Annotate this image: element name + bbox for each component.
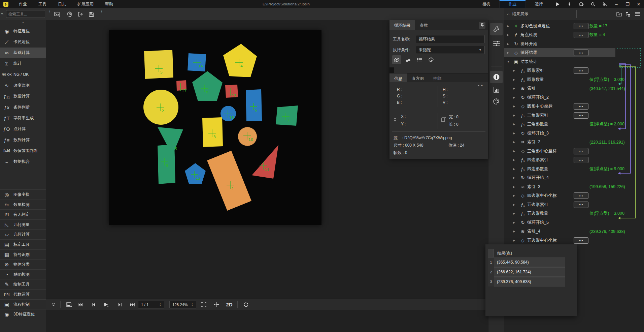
popup-row-1[interactable]: 1(365.445, 90.584) bbox=[488, 258, 565, 267]
row-menu-button[interactable]: ●●● bbox=[574, 112, 588, 119]
info-page-arrows[interactable]: ◂▸ bbox=[478, 84, 485, 87]
sidebar-item-10[interactable]: ƒ⊙点计算 bbox=[0, 124, 46, 134]
tree-row-索引_3[interactable]: ▶≋索引_3(199.658, 159.226) bbox=[504, 182, 644, 191]
expand-arrow-icon[interactable]: ▶ bbox=[513, 185, 515, 188]
palette-icon[interactable] bbox=[427, 55, 435, 64]
sidebar-item-g2-4[interactable]: ◺几何测量 bbox=[0, 219, 46, 230]
expand-arrow-icon[interactable]: ▶ bbox=[513, 105, 515, 108]
menu-item-2[interactable]: 工具 bbox=[33, 0, 52, 8]
popup-row-2[interactable]: 2(266.622, 161.724) bbox=[488, 267, 565, 277]
row-menu-button[interactable]: ●●● bbox=[574, 67, 588, 74]
tree-row-结果统计[interactable]: ▼▣结果统计 bbox=[504, 57, 644, 66]
sidebar-item-8[interactable]: ƒx条件判断 bbox=[0, 102, 46, 113]
tree-row-五边形索引[interactable]: ▶ƒ₁五边形索引●●● bbox=[504, 200, 644, 209]
tree-row-多彩色斑点定位[interactable]: ▶✳多彩色斑点定位●●●数量 = 17 bbox=[504, 22, 644, 30]
inspection-image[interactable]: 5144178136216731015912111 bbox=[109, 30, 321, 225]
drag-handle-icon[interactable]: ⋮ bbox=[48, 10, 49, 13]
gear-icon[interactable] bbox=[66, 11, 73, 18]
expand-arrow-icon[interactable]: ▶ bbox=[513, 158, 515, 161]
sidebar-item-1[interactable]: ◉特征定位 bbox=[0, 26, 46, 36]
sidebar-item-7[interactable]: ƒ₁₁数值计算 bbox=[0, 91, 46, 102]
sidebar-item-g2-12[interactable]: ▣流程控制 bbox=[0, 299, 46, 309]
menu-item-1[interactable]: 作业 bbox=[13, 0, 33, 8]
menu-item-3[interactable]: 日志 bbox=[52, 0, 72, 8]
info-icon[interactable] bbox=[490, 71, 503, 83]
panel-collapse-icon[interactable]: ‹› bbox=[504, 12, 512, 16]
tree-row-索引_4[interactable]: ▶≋索引_4(239.376, 409.638) bbox=[504, 227, 644, 236]
search-input[interactable] bbox=[6, 10, 45, 18]
info-tab-2[interactable]: 直方图 bbox=[407, 73, 429, 82]
expand-arrow-icon[interactable]: ▶ bbox=[513, 239, 515, 242]
add-folder-icon[interactable] bbox=[616, 12, 622, 17]
tree-row-圆形中心坐标[interactable]: ▶◇圆形中心坐标●●● bbox=[504, 102, 644, 111]
frame-spinner[interactable]: ▲▼ bbox=[156, 303, 161, 306]
fit-screen-icon[interactable] bbox=[199, 299, 208, 310]
close-button[interactable]: ✕ bbox=[633, 0, 644, 8]
bolt-icon[interactable] bbox=[564, 0, 575, 8]
expand-arrow-icon[interactable]: ▶ bbox=[507, 25, 509, 28]
row-menu-button[interactable]: ●●● bbox=[574, 23, 588, 29]
expand-arrow-icon[interactable]: ▶ bbox=[507, 33, 509, 36]
tab-run[interactable]: 运行 bbox=[526, 0, 552, 8]
tree-row-循环结果[interactable]: ▶◇循环结果●●● bbox=[504, 49, 644, 57]
last-frame-icon[interactable] bbox=[128, 299, 137, 310]
tree-row-五边形中心坐标[interactable]: ▶◇五边形中心坐标●●● bbox=[504, 236, 644, 245]
row-menu-button[interactable]: ●●● bbox=[574, 32, 588, 38]
next-frame-icon[interactable] bbox=[115, 299, 124, 310]
cursor-off-icon[interactable] bbox=[599, 0, 611, 8]
sidebar-item-g2-1[interactable]: ◎图像变换 bbox=[0, 189, 46, 200]
tree-row-圆形数量[interactable]: ▶ƒ₁圆形数量值(浮点型) = 3.000 bbox=[504, 75, 644, 84]
menu-item-4[interactable]: 扩展应用 bbox=[72, 0, 99, 8]
image-source-icon[interactable] bbox=[53, 11, 61, 18]
tree-row-三角形中心坐标[interactable]: ▶◇三角形中心坐标●●● bbox=[504, 147, 644, 155]
scroll-up-icon[interactable]: ▲ bbox=[0, 21, 46, 24]
sidebar-item-13[interactable]: ⌣数据拟合 bbox=[0, 156, 46, 167]
info-tab-1[interactable]: 信息 bbox=[389, 73, 407, 82]
row-menu-button[interactable]: ●●● bbox=[574, 192, 588, 199]
sidebar-item-3[interactable]: ∞基础计算 bbox=[0, 48, 46, 58]
row-menu-button[interactable]: ●●● bbox=[574, 103, 588, 110]
menu-list-icon[interactable] bbox=[635, 12, 640, 17]
tree-view-icon[interactable] bbox=[626, 12, 631, 17]
sidebar-item-2[interactable]: ⟋卡尺定位 bbox=[0, 36, 46, 47]
sidebar-item-g2-9[interactable]: ◔缺陷检测 bbox=[0, 269, 46, 279]
hide-graphics-icon[interactable] bbox=[392, 55, 401, 64]
expand-arrow-icon[interactable]: ▶ bbox=[513, 230, 515, 233]
sidebar-item-12[interactable]: [a,b]数值范围判断 bbox=[0, 145, 46, 156]
sidebar-item-11[interactable]: ƒ≡数列计算 bbox=[0, 134, 46, 145]
tree-row-循环开始[interactable]: ▶↻循环开始 bbox=[504, 39, 644, 48]
sidebar-item-g2-10[interactable]: ✎绘制工具 bbox=[0, 279, 46, 289]
play-icon[interactable] bbox=[102, 299, 110, 310]
pin-icon[interactable] bbox=[479, 22, 485, 29]
tree-row-循环开始_3[interactable]: ▶↻循环开始_3 bbox=[504, 129, 644, 138]
collapse-sidebar-icon[interactable]: « bbox=[1, 11, 3, 16]
row-menu-button[interactable]: ●●● bbox=[574, 237, 588, 244]
zoom-spinner[interactable]: ▲▼ bbox=[188, 303, 193, 306]
tree-row-圆形索引[interactable]: ▶ƒ₁圆形索引●●● bbox=[504, 66, 644, 75]
sidebar-item-g2-13[interactable]: ◉3D特征定位 bbox=[0, 309, 46, 319]
exec-condition-select[interactable]: 未指定▼ bbox=[416, 46, 485, 54]
tree-row-五边形数量[interactable]: ▶ƒ₁五边形数量值(浮点型) = 3.000 bbox=[504, 209, 644, 218]
view-mode-2d[interactable]: 2D bbox=[224, 299, 235, 310]
tree-row-索引_2[interactable]: ▶≋索引_2(220.211, 316.291) bbox=[504, 138, 644, 147]
center-crosshair-icon[interactable] bbox=[212, 299, 221, 310]
expand-arrow-icon[interactable]: ▶ bbox=[513, 176, 515, 179]
tree-row-四边形索引[interactable]: ▶ƒ₁四边形索引●●● bbox=[504, 156, 644, 164]
sliders-icon[interactable] bbox=[490, 37, 503, 50]
tree-row-循环开始_5[interactable]: ▶↻循环开始_5 bbox=[504, 218, 644, 227]
expand-arrow-icon[interactable]: ▶ bbox=[513, 212, 515, 215]
tree-row-四边形数量[interactable]: ▶ƒ₁四边形数量值(浮点型) = 9.000 bbox=[504, 164, 644, 173]
save-icon[interactable] bbox=[88, 11, 95, 18]
sidebar-item-6[interactable]: ∿改变监测 bbox=[0, 80, 46, 91]
wrench-icon[interactable] bbox=[490, 23, 503, 35]
sidebar-item-g2-5[interactable]: ▱几何计算 bbox=[0, 229, 46, 239]
minimize-button[interactable]: – bbox=[611, 0, 622, 8]
expand-arrow-icon[interactable]: ▶ bbox=[513, 203, 515, 206]
expand-arrow-icon[interactable]: ▶ bbox=[513, 132, 515, 135]
panel-tab-1[interactable]: 循环结果 bbox=[389, 20, 415, 30]
snapshot-icon[interactable] bbox=[65, 299, 73, 310]
toolbar-overflow-icon[interactable]: ⋮ bbox=[100, 10, 101, 13]
sidebar-item-4[interactable]: Σ统计 bbox=[0, 58, 46, 69]
tree-row-四边形中心坐标[interactable]: ▶◇四边形中心坐标●●● bbox=[504, 191, 644, 200]
histogram-icon[interactable] bbox=[490, 84, 503, 96]
